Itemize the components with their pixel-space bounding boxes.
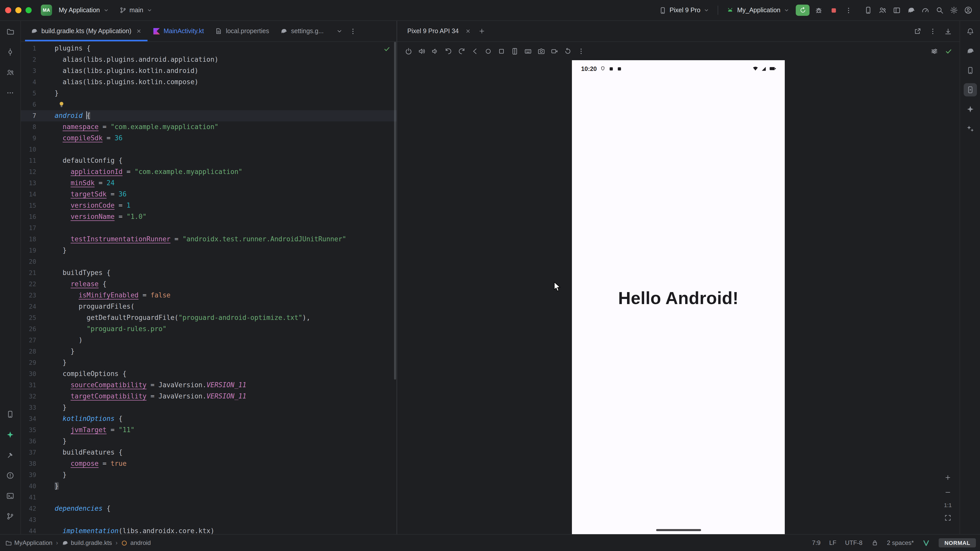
code-line[interactable]: 7android { bbox=[21, 110, 396, 121]
gradle-sync-icon[interactable] bbox=[904, 3, 918, 17]
overview-button[interactable] bbox=[495, 45, 508, 57]
code-line[interactable]: 5} bbox=[21, 88, 396, 99]
editor-tab[interactable]: build.gradle.kts (My Application) bbox=[25, 21, 148, 41]
line-separator[interactable]: LF bbox=[829, 539, 836, 546]
project-selector[interactable]: My Application bbox=[55, 5, 113, 16]
pull-requests-icon[interactable] bbox=[3, 66, 17, 79]
code-line[interactable]: 23 isMinifyEnabled = false bbox=[21, 290, 396, 301]
code-line[interactable]: 37 buildFeatures { bbox=[21, 447, 396, 458]
zoom-window-button[interactable] bbox=[25, 7, 32, 13]
device-ui-settings-icon[interactable] bbox=[928, 45, 940, 57]
ideavim-icon[interactable] bbox=[923, 539, 930, 547]
code-line[interactable]: 17 bbox=[21, 222, 396, 233]
editor-scrollbar[interactable] bbox=[394, 42, 396, 380]
code-line[interactable]: 1plugins { bbox=[21, 43, 396, 54]
device-manager-icon[interactable] bbox=[963, 64, 977, 77]
tool-windows-icon[interactable] bbox=[890, 3, 904, 17]
zoom-in-button[interactable] bbox=[943, 472, 953, 483]
code-line[interactable]: 21 buildTypes { bbox=[21, 267, 396, 279]
open-in-new-window-icon[interactable] bbox=[911, 24, 924, 38]
code-line[interactable]: 20 bbox=[21, 256, 396, 267]
tab-options-button[interactable] bbox=[348, 24, 358, 38]
code-line[interactable]: 34 kotlinOptions { bbox=[21, 413, 396, 424]
navigation-handle[interactable] bbox=[656, 529, 701, 531]
code-line[interactable]: 44 implementation(libs.androidx.core.ktx… bbox=[21, 526, 396, 534]
code-line[interactable]: 40} bbox=[21, 481, 396, 492]
hidden-tabs-dropdown[interactable] bbox=[334, 24, 345, 38]
assistant-icon[interactable] bbox=[963, 122, 977, 135]
restart-button[interactable] bbox=[562, 45, 574, 57]
rerun-button[interactable] bbox=[796, 5, 810, 16]
device-explorer-icon[interactable] bbox=[3, 408, 17, 421]
debug-button[interactable] bbox=[812, 3, 825, 17]
code-line[interactable]: 22 release { bbox=[21, 279, 396, 290]
editor-tab[interactable]: MainActivity.kt bbox=[148, 21, 210, 41]
commit-icon[interactable] bbox=[3, 45, 17, 59]
rotate-left-button[interactable] bbox=[442, 45, 454, 57]
code-line[interactable]: 24 proguardFiles( bbox=[21, 301, 396, 312]
screen-record-button[interactable] bbox=[548, 45, 560, 57]
gemini-icon[interactable] bbox=[963, 103, 977, 116]
stop-button[interactable] bbox=[827, 3, 840, 17]
device-mirroring-icon[interactable] bbox=[862, 3, 875, 17]
code-line[interactable]: 35 jvmTarget = "11" bbox=[21, 424, 396, 436]
editor-tab[interactable]: local.properties bbox=[210, 21, 275, 41]
intention-bulb-icon[interactable] bbox=[58, 100, 65, 108]
zoom-reset-button[interactable]: 1:1 bbox=[944, 502, 952, 508]
code-line[interactable]: 19 } bbox=[21, 245, 396, 256]
code-line[interactable]: 30 compileOptions { bbox=[21, 368, 396, 380]
device-selector[interactable]: Pixel 9 Pro bbox=[655, 4, 713, 16]
code-line[interactable]: 16 versionName = "1.0" bbox=[21, 211, 396, 222]
indent-setting[interactable]: 2 spaces* bbox=[887, 539, 914, 546]
code-line[interactable]: 14 targetSdk = 36 bbox=[21, 189, 396, 200]
back-button[interactable] bbox=[469, 45, 481, 57]
fold-button[interactable] bbox=[508, 45, 520, 57]
add-device-tab-button[interactable] bbox=[478, 27, 485, 35]
close-tab-icon[interactable] bbox=[136, 28, 142, 34]
close-device-tab-icon[interactable] bbox=[465, 28, 471, 34]
branch-selector[interactable]: main bbox=[116, 5, 156, 16]
minimize-window-button[interactable] bbox=[15, 7, 21, 13]
code-line[interactable]: 10 bbox=[21, 144, 396, 155]
search-everywhere-icon[interactable] bbox=[933, 3, 946, 17]
more-options-icon[interactable] bbox=[926, 24, 939, 38]
code-line[interactable]: 27 ) bbox=[21, 335, 396, 346]
more-tool-windows-icon[interactable] bbox=[3, 86, 17, 100]
build-icon[interactable] bbox=[3, 448, 17, 462]
hide-panel-icon[interactable] bbox=[941, 24, 955, 38]
code-with-me-icon[interactable] bbox=[876, 3, 889, 17]
code-line[interactable]: 29 } bbox=[21, 357, 396, 368]
project-icon[interactable] bbox=[3, 25, 17, 38]
code-line[interactable]: 8 namespace = "com.example.myapplication… bbox=[21, 121, 396, 133]
running-devices-icon[interactable] bbox=[963, 83, 977, 97]
editor-tab[interactable]: settings.g... bbox=[275, 21, 329, 41]
code-line[interactable]: 26 "proguard-rules.pro" bbox=[21, 324, 396, 335]
code-line[interactable]: 15 versionCode = 1 bbox=[21, 200, 396, 211]
code-line[interactable]: 6 bbox=[21, 99, 396, 110]
code-line[interactable]: 25 getDefaultProguardFile("proguard-andr… bbox=[21, 312, 396, 324]
rotate-right-button[interactable] bbox=[455, 45, 468, 57]
code-line[interactable]: 18 testInstrumentationRunner = "androidx… bbox=[21, 233, 396, 245]
more-run-options-button[interactable] bbox=[842, 3, 855, 17]
zoom-out-button[interactable] bbox=[943, 487, 953, 497]
emulator-screen[interactable]: 10:20 Hello Android! bbox=[572, 60, 785, 534]
hardware-input-button[interactable] bbox=[522, 45, 534, 57]
lock-icon[interactable] bbox=[871, 539, 878, 546]
code-line[interactable]: 38 compose = true bbox=[21, 458, 396, 469]
breadcrumb-item[interactable]: MyApplication bbox=[14, 539, 52, 546]
code-line[interactable]: 43 bbox=[21, 514, 396, 526]
more-device-actions-button[interactable] bbox=[575, 45, 587, 57]
home-button[interactable] bbox=[482, 45, 494, 57]
problems-icon[interactable] bbox=[3, 469, 17, 482]
code-line[interactable]: 13 minSdk = 24 bbox=[21, 178, 396, 189]
breadcrumb-item[interactable]: android bbox=[130, 539, 151, 546]
code-line[interactable]: 2 alias(libs.plugins.android.application… bbox=[21, 54, 396, 65]
code-line[interactable]: 4 alias(libs.plugins.kotlin.compose) bbox=[21, 76, 396, 88]
inspections-ok-icon[interactable] bbox=[383, 45, 390, 52]
device-tab[interactable]: Pixel 9 Pro API 34 bbox=[405, 27, 473, 35]
code-line[interactable]: 11 defaultConfig { bbox=[21, 155, 396, 166]
caret-position[interactable]: 7:9 bbox=[812, 539, 821, 546]
close-window-button[interactable] bbox=[5, 7, 11, 13]
gradle-icon[interactable] bbox=[963, 44, 977, 58]
settings-icon[interactable] bbox=[947, 3, 961, 17]
